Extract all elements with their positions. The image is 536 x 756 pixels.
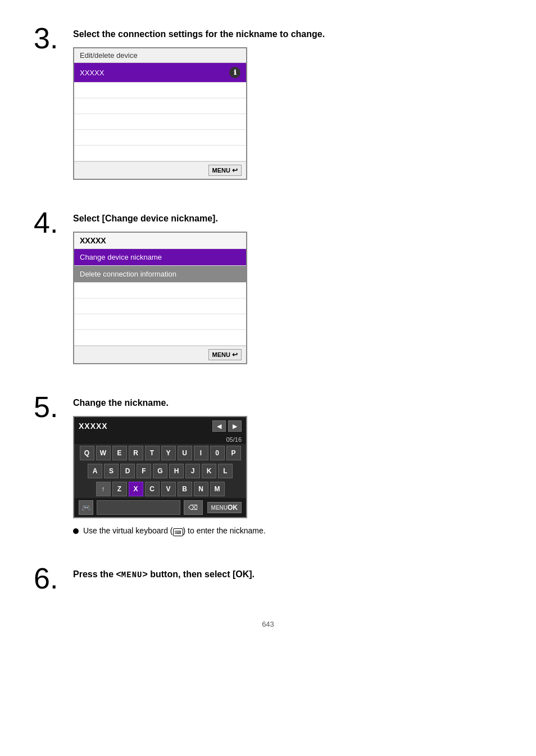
step-4-back-arrow: ↩ [232, 351, 238, 359]
bullet-dot [73, 528, 79, 534]
kb-left-arrow[interactable]: ◀ [212, 420, 226, 432]
step-4-row-1: Change device nickname [74, 249, 246, 266]
kb-key-S[interactable]: S [104, 464, 119, 478]
step-3-title: Select the connection settings for the n… [73, 22, 502, 39]
step-5: 5. Change the nickname. XXXXX ◀ ▶ 05/16 … [34, 391, 502, 536]
kb-input-text: XXXXX [79, 422, 108, 431]
kb-space-bar[interactable] [97, 500, 180, 515]
kb-key-X[interactable]: X [129, 482, 143, 496]
step-4-row-5 [74, 314, 246, 330]
step-3-row-2 [74, 83, 246, 98]
virtual-kb-icon: ⌨ [173, 528, 183, 536]
step-3-row-6 [74, 146, 246, 161]
kb-row-3: ↑ Z X C V B N M [74, 480, 246, 498]
kb-input-row: XXXXX ◀ ▶ [74, 417, 246, 435]
step-3-footer: MENU ↩ [74, 161, 246, 179]
step-6-title: Press the <MENU> button, then select [OK… [73, 563, 502, 580]
kb-key-L[interactable]: L [218, 464, 233, 478]
kb-note: Use the virtual keyboard (⌨) to enter th… [73, 526, 502, 536]
step-4-footer: MENU ↩ [74, 346, 246, 363]
kb-key-Z[interactable]: Z [112, 482, 127, 496]
kb-key-B[interactable]: B [178, 482, 192, 496]
kb-key-P[interactable]: P [226, 446, 241, 460]
kb-key-D[interactable]: D [120, 464, 135, 478]
step-6-number: 6. [34, 563, 73, 593]
step-3-row-1-text: XXXXX [80, 69, 104, 77]
step-3-row-3 [74, 98, 246, 114]
kb-key-N[interactable]: N [194, 482, 208, 496]
kb-arrows: ◀ ▶ [212, 420, 242, 432]
kb-menu-part: MENU [211, 505, 228, 511]
step-4-row-2-text: Delete connection information [80, 270, 176, 278]
kb-key-R[interactable]: R [129, 446, 143, 460]
kb-key-M[interactable]: M [210, 482, 225, 496]
step-4-title: Select [Change device nickname]. [73, 207, 502, 224]
kb-key-U[interactable]: U [178, 446, 192, 460]
kb-note-text: Use the virtual keyboard (⌨) to enter th… [83, 526, 266, 536]
kb-menu-ok-btn[interactable]: MENU OK [207, 502, 242, 513]
step-3-back-arrow: ↩ [232, 166, 238, 174]
page-number: 643 [34, 620, 502, 628]
kb-key-Q[interactable]: Q [80, 446, 94, 460]
step-4-menu-label: MENU [212, 351, 230, 358]
kb-key-I[interactable]: I [194, 446, 208, 460]
step-3-screen: Edit/delete device XXXXX ℹ MENU ↩ [73, 47, 247, 180]
kb-key-0[interactable]: 0 [210, 446, 225, 460]
step-4-row-3 [74, 283, 246, 298]
step-4-row-1-text: Change device nickname [80, 253, 162, 261]
info-icon: ℹ [229, 67, 240, 78]
kb-row-1: Q W E R T Y U I 0 P [74, 444, 246, 462]
step-3-row-1: XXXXX ℹ [74, 63, 246, 83]
kb-key-K[interactable]: K [202, 464, 216, 478]
step-4-content: Select [Change device nickname]. XXXXX C… [73, 207, 502, 364]
step-4-row-2: Delete connection information [74, 266, 246, 283]
step-3-row-4 [74, 114, 246, 130]
kb-shift-key[interactable]: ↑ [96, 482, 111, 496]
kb-row-2: A S D F G H J K L [74, 462, 246, 480]
step-3-row-5 [74, 130, 246, 146]
kb-key-J[interactable]: J [185, 464, 200, 478]
kb-key-G[interactable]: G [153, 464, 167, 478]
kb-key-V[interactable]: V [161, 482, 176, 496]
step-4-row-6 [74, 330, 246, 346]
kb-key-W[interactable]: W [96, 446, 111, 460]
kb-bottom-row: 🎮 ⌫ MENU OK [74, 498, 246, 517]
step-5-content: Change the nickname. XXXXX ◀ ▶ 05/16 Q W… [73, 391, 502, 536]
step-5-title: Change the nickname. [73, 391, 502, 408]
step-4-number: 4. [34, 207, 73, 237]
step-4-screen: XXXXX Change device nickname Delete conn… [73, 232, 247, 364]
step-3-screen-header: Edit/delete device [74, 48, 246, 63]
kb-key-T[interactable]: T [145, 446, 160, 460]
step-6-menu-label: MENU [121, 571, 143, 580]
kb-ok-part: OK [228, 504, 238, 511]
step-6-content: Press the <MENU> button, then select [OK… [73, 563, 502, 580]
step-3-number: 3. [34, 22, 73, 53]
step-3-menu-label: MENU [212, 167, 230, 174]
kb-special-btn[interactable]: 🎮 [79, 500, 93, 515]
kb-key-A[interactable]: A [88, 464, 102, 478]
step-4-row-4 [74, 298, 246, 314]
step-5-keyboard-screen: XXXXX ◀ ▶ 05/16 Q W E R T Y U I 0 P [73, 416, 247, 518]
kb-right-arrow[interactable]: ▶ [228, 420, 242, 432]
kb-key-C[interactable]: C [145, 482, 160, 496]
step-3: 3. Select the connection settings for th… [34, 22, 502, 180]
step-3-menu-btn: MENU ↩ [208, 165, 242, 176]
kb-counter: 05/16 [74, 435, 246, 444]
kb-key-F[interactable]: F [137, 464, 151, 478]
step-4-menu-btn: MENU ↩ [208, 349, 242, 360]
kb-backspace-btn[interactable]: ⌫ [184, 500, 203, 515]
step-6: 6. Press the <MENU> button, then select … [34, 563, 502, 593]
kb-key-H[interactable]: H [169, 464, 184, 478]
step-4-screen-header: XXXXX [74, 233, 246, 249]
step-3-content: Select the connection settings for the n… [73, 22, 502, 180]
step-5-number: 5. [34, 391, 73, 422]
kb-key-E[interactable]: E [112, 446, 127, 460]
kb-key-Y[interactable]: Y [161, 446, 176, 460]
step-4: 4. Select [Change device nickname]. XXXX… [34, 207, 502, 364]
